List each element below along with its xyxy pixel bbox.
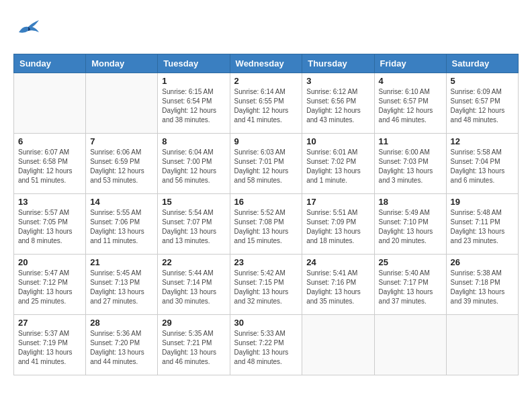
- calendar-week-row: 27Sunrise: 5:37 AM Sunset: 7:19 PM Dayli…: [14, 315, 519, 375]
- day-number: 4: [379, 76, 442, 86]
- calendar-cell: 22Sunrise: 5:44 AM Sunset: 7:14 PM Dayli…: [158, 255, 230, 315]
- page-header: [13, 13, 519, 43]
- day-info: Sunrise: 6:07 AM Sunset: 6:58 PM Dayligh…: [18, 148, 81, 185]
- day-info: Sunrise: 6:09 AM Sunset: 6:57 PM Dayligh…: [451, 87, 514, 125]
- calendar-week-row: 13Sunrise: 5:57 AM Sunset: 7:05 PM Dayli…: [14, 194, 519, 255]
- day-number: 9: [234, 136, 298, 146]
- day-info: Sunrise: 5:37 AM Sunset: 7:19 PM Dayligh…: [18, 329, 81, 367]
- calendar-cell: 30Sunrise: 5:33 AM Sunset: 7:22 PM Dayli…: [230, 315, 302, 375]
- day-info: Sunrise: 6:06 AM Sunset: 6:59 PM Dayligh…: [90, 148, 153, 185]
- calendar-cell: 11Sunrise: 6:00 AM Sunset: 7:03 PM Dayli…: [374, 134, 446, 194]
- day-number: 13: [18, 197, 81, 207]
- day-info: Sunrise: 6:01 AM Sunset: 7:02 PM Dayligh…: [306, 148, 369, 185]
- calendar-cell: [374, 315, 446, 375]
- calendar-header-tuesday: Tuesday: [158, 54, 230, 73]
- calendar-table: SundayMondayTuesdayWednesdayThursdayFrid…: [13, 54, 519, 375]
- day-number: 25: [379, 257, 442, 267]
- calendar-cell: 8Sunrise: 6:04 AM Sunset: 7:00 PM Daylig…: [158, 134, 230, 194]
- day-info: Sunrise: 5:55 AM Sunset: 7:06 PM Dayligh…: [90, 208, 153, 246]
- calendar-header-sunday: Sunday: [14, 54, 86, 73]
- day-info: Sunrise: 6:12 AM Sunset: 6:56 PM Dayligh…: [306, 87, 369, 125]
- day-info: Sunrise: 6:03 AM Sunset: 7:01 PM Dayligh…: [234, 148, 298, 185]
- day-info: Sunrise: 6:15 AM Sunset: 6:54 PM Dayligh…: [162, 87, 225, 125]
- day-info: Sunrise: 6:14 AM Sunset: 6:55 PM Dayligh…: [234, 87, 298, 125]
- day-number: 6: [18, 136, 81, 146]
- day-number: 22: [162, 257, 225, 267]
- day-info: Sunrise: 5:47 AM Sunset: 7:12 PM Dayligh…: [18, 269, 81, 306]
- day-info: Sunrise: 5:41 AM Sunset: 7:16 PM Dayligh…: [306, 269, 369, 306]
- day-number: 12: [451, 136, 514, 146]
- calendar-cell: 5Sunrise: 6:09 AM Sunset: 6:57 PM Daylig…: [446, 73, 518, 134]
- day-info: Sunrise: 5:40 AM Sunset: 7:17 PM Dayligh…: [379, 269, 442, 306]
- day-number: 27: [18, 318, 81, 328]
- day-number: 8: [162, 136, 225, 146]
- day-number: 28: [90, 318, 153, 328]
- day-info: Sunrise: 5:36 AM Sunset: 7:20 PM Dayligh…: [90, 329, 153, 367]
- day-info: Sunrise: 6:04 AM Sunset: 7:00 PM Dayligh…: [162, 148, 225, 185]
- day-number: 15: [162, 197, 225, 207]
- calendar-cell: 19Sunrise: 5:48 AM Sunset: 7:11 PM Dayli…: [446, 194, 518, 255]
- calendar-cell: 28Sunrise: 5:36 AM Sunset: 7:20 PM Dayli…: [86, 315, 158, 375]
- day-info: Sunrise: 6:10 AM Sunset: 6:57 PM Dayligh…: [379, 87, 442, 125]
- day-info: Sunrise: 5:58 AM Sunset: 7:04 PM Dayligh…: [451, 148, 514, 185]
- day-number: 14: [90, 197, 153, 207]
- calendar-cell: [86, 73, 158, 134]
- day-info: Sunrise: 5:35 AM Sunset: 7:21 PM Dayligh…: [162, 329, 225, 367]
- calendar-cell: 17Sunrise: 5:51 AM Sunset: 7:09 PM Dayli…: [302, 194, 374, 255]
- day-number: 23: [234, 257, 298, 267]
- calendar-cell: 4Sunrise: 6:10 AM Sunset: 6:57 PM Daylig…: [374, 73, 446, 134]
- day-number: 18: [379, 197, 442, 207]
- day-number: 1: [162, 76, 225, 86]
- day-number: 21: [90, 257, 153, 267]
- calendar-cell: [302, 315, 374, 375]
- day-info: Sunrise: 5:54 AM Sunset: 7:07 PM Dayligh…: [162, 208, 225, 246]
- calendar-cell: [14, 73, 86, 134]
- day-number: 3: [306, 76, 369, 86]
- day-info: Sunrise: 6:00 AM Sunset: 7:03 PM Dayligh…: [379, 148, 442, 185]
- day-number: 10: [306, 136, 369, 146]
- calendar-cell: 20Sunrise: 5:47 AM Sunset: 7:12 PM Dayli…: [14, 255, 86, 315]
- calendar-cell: 18Sunrise: 5:49 AM Sunset: 7:10 PM Dayli…: [374, 194, 446, 255]
- day-number: 30: [234, 318, 298, 328]
- calendar-cell: 6Sunrise: 6:07 AM Sunset: 6:58 PM Daylig…: [14, 134, 86, 194]
- day-number: 5: [451, 76, 514, 86]
- day-info: Sunrise: 5:45 AM Sunset: 7:13 PM Dayligh…: [90, 269, 153, 306]
- calendar-cell: 9Sunrise: 6:03 AM Sunset: 7:01 PM Daylig…: [230, 134, 302, 194]
- day-number: 11: [379, 136, 442, 146]
- calendar-cell: 13Sunrise: 5:57 AM Sunset: 7:05 PM Dayli…: [14, 194, 86, 255]
- day-info: Sunrise: 5:51 AM Sunset: 7:09 PM Dayligh…: [306, 208, 369, 246]
- day-info: Sunrise: 5:44 AM Sunset: 7:14 PM Dayligh…: [162, 269, 225, 306]
- calendar-cell: 7Sunrise: 6:06 AM Sunset: 6:59 PM Daylig…: [86, 134, 158, 194]
- day-number: 19: [451, 197, 514, 207]
- day-number: 2: [234, 76, 298, 86]
- calendar-cell: 10Sunrise: 6:01 AM Sunset: 7:02 PM Dayli…: [302, 134, 374, 194]
- calendar-cell: 16Sunrise: 5:52 AM Sunset: 7:08 PM Dayli…: [230, 194, 302, 255]
- calendar-header-saturday: Saturday: [446, 54, 518, 73]
- calendar-cell: 14Sunrise: 5:55 AM Sunset: 7:06 PM Dayli…: [86, 194, 158, 255]
- day-info: Sunrise: 5:33 AM Sunset: 7:22 PM Dayligh…: [234, 329, 298, 367]
- day-number: 17: [306, 197, 369, 207]
- day-info: Sunrise: 5:42 AM Sunset: 7:15 PM Dayligh…: [234, 269, 298, 306]
- calendar-cell: 27Sunrise: 5:37 AM Sunset: 7:19 PM Dayli…: [14, 315, 86, 375]
- calendar-header-wednesday: Wednesday: [230, 54, 302, 73]
- day-number: 29: [162, 318, 225, 328]
- day-number: 7: [90, 136, 153, 146]
- calendar-cell: [446, 315, 518, 375]
- calendar-cell: 1Sunrise: 6:15 AM Sunset: 6:54 PM Daylig…: [158, 73, 230, 134]
- calendar-week-row: 1Sunrise: 6:15 AM Sunset: 6:54 PM Daylig…: [14, 73, 519, 134]
- calendar-cell: 12Sunrise: 5:58 AM Sunset: 7:04 PM Dayli…: [446, 134, 518, 194]
- calendar-header-friday: Friday: [374, 54, 446, 73]
- calendar-cell: 24Sunrise: 5:41 AM Sunset: 7:16 PM Dayli…: [302, 255, 374, 315]
- calendar-header-monday: Monday: [86, 54, 158, 73]
- calendar-cell: 2Sunrise: 6:14 AM Sunset: 6:55 PM Daylig…: [230, 73, 302, 134]
- calendar-cell: 29Sunrise: 5:35 AM Sunset: 7:21 PM Dayli…: [158, 315, 230, 375]
- day-info: Sunrise: 5:57 AM Sunset: 7:05 PM Dayligh…: [18, 208, 81, 246]
- day-number: 24: [306, 257, 369, 267]
- calendar-cell: 23Sunrise: 5:42 AM Sunset: 7:15 PM Dayli…: [230, 255, 302, 315]
- calendar-cell: 26Sunrise: 5:38 AM Sunset: 7:18 PM Dayli…: [446, 255, 518, 315]
- calendar-cell: 15Sunrise: 5:54 AM Sunset: 7:07 PM Dayli…: [158, 194, 230, 255]
- calendar-header-thursday: Thursday: [302, 54, 374, 73]
- calendar-cell: 3Sunrise: 6:12 AM Sunset: 6:56 PM Daylig…: [302, 73, 374, 134]
- calendar-week-row: 6Sunrise: 6:07 AM Sunset: 6:58 PM Daylig…: [14, 134, 519, 194]
- day-number: 20: [18, 257, 81, 267]
